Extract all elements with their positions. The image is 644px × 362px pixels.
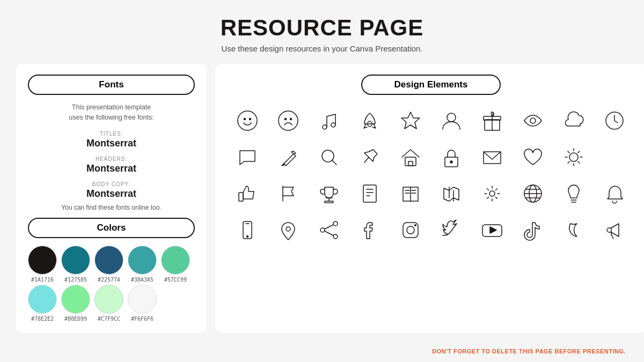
color-circle-127585 <box>61 246 90 275</box>
color-swatches-row2: #78E2E2 #80ED99 #C7F9CC #F6F6F6 <box>28 285 195 322</box>
icon-clock <box>595 105 634 137</box>
svg-point-10 <box>447 113 456 122</box>
icon-location <box>269 214 308 246</box>
font-label-headers: HEADERS: <box>96 156 127 162</box>
swatch-f6f6f6: #F6F6F6 <box>128 285 157 322</box>
main-content: Fonts This presentation templateuses the… <box>16 64 628 333</box>
swatch-38a3a5: #38A3A5 <box>128 246 157 283</box>
icon-sun <box>554 141 593 173</box>
svg-point-0 <box>238 111 257 130</box>
font-name-body: Montserrat <box>28 188 195 200</box>
color-circle-1a1716 <box>28 246 57 275</box>
svg-rect-30 <box>239 193 243 201</box>
color-hex-57cc99: #57CC99 <box>164 277 187 283</box>
icon-home <box>391 141 430 173</box>
icon-lock <box>432 141 471 173</box>
fonts-section-header: Fonts <box>28 75 195 95</box>
svg-line-29 <box>568 161 569 163</box>
swatch-127585: #127585 <box>61 246 90 283</box>
swatch-78e2e2: #78E2E2 <box>28 285 57 322</box>
icon-megaphone <box>595 214 634 246</box>
icon-pin <box>350 141 389 173</box>
icon-placeholder <box>595 141 634 173</box>
icon-mail <box>473 141 511 173</box>
svg-marker-59 <box>490 227 496 233</box>
svg-point-6 <box>323 125 327 129</box>
icon-share <box>310 214 348 246</box>
icon-bell <box>595 178 634 210</box>
icon-youtube <box>473 214 511 246</box>
icon-heart <box>514 141 552 173</box>
color-hex-80ed99: #80ED99 <box>64 316 87 322</box>
svg-line-27 <box>578 161 580 163</box>
svg-rect-31 <box>325 201 333 203</box>
svg-point-48 <box>247 236 248 238</box>
font-label-body: BODY COPY: <box>92 181 131 187</box>
page-title: RESOURCE PAGE <box>221 15 424 41</box>
color-hex-c7f9cc: #C7F9CC <box>98 316 120 322</box>
svg-point-7 <box>331 123 335 127</box>
icon-tiktok <box>514 214 552 246</box>
icon-settings <box>473 178 511 210</box>
color-circle-c7f9cc <box>94 285 123 314</box>
icon-chat <box>228 141 267 173</box>
icon-twitter <box>432 214 471 246</box>
icon-phone <box>228 214 267 246</box>
color-circle-22577a <box>94 246 123 275</box>
icon-gift <box>473 105 511 137</box>
icon-smile <box>228 105 267 137</box>
color-hex-f6f6f6: #F6F6F6 <box>131 316 153 322</box>
svg-point-49 <box>286 227 290 231</box>
icon-trophy <box>310 178 348 210</box>
icon-cloud <box>554 105 593 137</box>
svg-line-53 <box>325 225 333 229</box>
color-hex-38a3a5: #38A3A5 <box>131 277 153 283</box>
footer-note: DON'T FORGET TO DELETE THIS PAGE BEFORE … <box>432 348 626 354</box>
font-label-titles: TITLES: <box>100 131 123 137</box>
swatch-c7f9cc: #C7F9CC <box>94 285 123 322</box>
svg-point-3 <box>279 111 298 130</box>
font-row-headers: HEADERS: Montserrat <box>28 153 195 174</box>
icon-sad <box>269 105 308 137</box>
color-circle-f6f6f6 <box>128 285 157 314</box>
icon-flag <box>269 178 308 210</box>
svg-point-13 <box>530 118 536 123</box>
icon-moon <box>554 214 593 246</box>
svg-line-54 <box>325 231 333 235</box>
icons-grid <box>228 105 634 246</box>
icon-bulb <box>554 178 593 210</box>
color-hex-1a1716: #1A1716 <box>31 277 54 283</box>
icon-music <box>310 105 348 137</box>
swatch-22577a: #22577A <box>94 246 123 283</box>
icon-eye <box>514 105 552 137</box>
left-panel: Fonts This presentation templateuses the… <box>16 64 207 333</box>
color-hex-127585: #127585 <box>64 277 87 283</box>
svg-point-57 <box>414 224 416 226</box>
icon-instagram <box>391 214 430 246</box>
icon-pencil <box>269 141 308 173</box>
color-circle-38a3a5 <box>128 246 157 275</box>
font-name-headers: Montserrat <box>28 163 195 174</box>
font-name-titles: Montserrat <box>28 138 195 149</box>
svg-line-26 <box>568 151 569 153</box>
page-header: RESOURCE PAGE Use these design resources… <box>221 0 424 58</box>
svg-point-4 <box>285 119 287 120</box>
svg-point-19 <box>450 161 452 163</box>
color-swatches-row1: #1A1716 #127585 #22577A #38A3A5 #57CC99 <box>28 246 195 283</box>
color-circle-57cc99 <box>161 246 190 275</box>
page-subtitle: Use these design resources in your Canva… <box>221 44 424 53</box>
font-row-body: BODY COPY: Montserrat <box>28 179 195 200</box>
svg-point-21 <box>569 153 578 161</box>
icon-book <box>391 178 430 210</box>
svg-point-2 <box>250 119 251 120</box>
icon-globe <box>514 178 552 210</box>
icon-thumbsup <box>228 178 267 210</box>
color-hex-78e2e2: #78E2E2 <box>31 316 54 322</box>
color-hex-22577a: #22577A <box>98 277 120 283</box>
fonts-note: You can find these fonts online too. <box>28 204 195 211</box>
icon-user <box>432 105 471 137</box>
icon-document <box>350 178 389 210</box>
svg-line-28 <box>578 151 580 153</box>
svg-rect-17 <box>408 161 413 166</box>
icon-search <box>310 141 348 173</box>
